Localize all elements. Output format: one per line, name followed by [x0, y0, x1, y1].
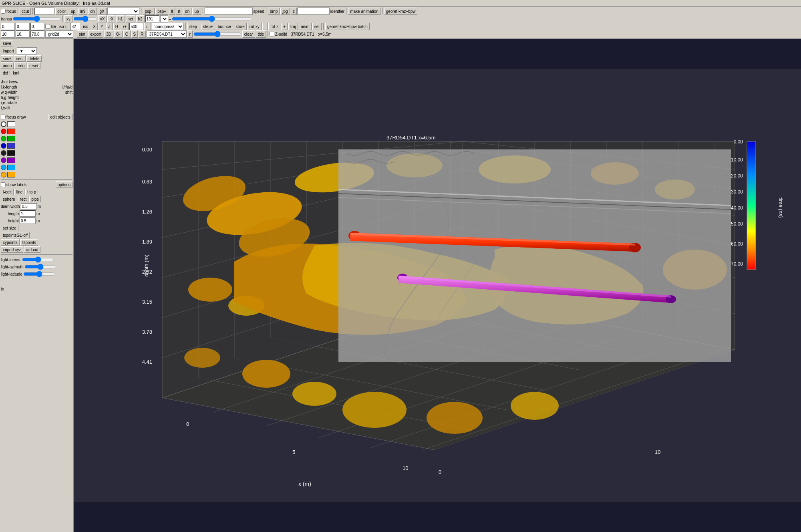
swatch-purple[interactable]	[7, 157, 15, 163]
sphere-button[interactable]: sphere	[1, 196, 17, 202]
pspm-button[interactable]: psp-	[143, 8, 155, 15]
dn2-button[interactable]: dn	[183, 8, 191, 15]
minus2-button[interactable]: -	[262, 23, 268, 30]
delete-button[interactable]: delete	[26, 55, 41, 62]
O-button[interactable]: O	[123, 30, 131, 38]
up2-button[interactable]: up	[192, 8, 201, 15]
net-button[interactable]: net	[126, 15, 135, 22]
val3-input[interactable]	[30, 23, 44, 30]
minus-slider[interactable]	[172, 16, 252, 22]
color-white[interactable]	[1, 121, 6, 127]
val2-input[interactable]	[16, 23, 30, 30]
swatch-cyan[interactable]	[7, 165, 15, 170]
val10-2-input[interactable]	[16, 30, 30, 38]
r-slider[interactable]	[193, 31, 242, 37]
color-input[interactable]	[34, 8, 54, 15]
pipe-button[interactable]: pipe	[29, 196, 41, 202]
color-red[interactable]	[1, 129, 6, 134]
swatch-green[interactable]	[7, 136, 15, 141]
color-yellow[interactable]	[1, 172, 6, 177]
rad-cut-button[interactable]: rad-cut	[24, 246, 40, 253]
plus-button[interactable]: +	[281, 23, 288, 30]
save-button[interactable]: save	[1, 40, 13, 46]
xypoints-button[interactable]: xypoints	[1, 239, 20, 246]
swatch-white[interactable]	[7, 121, 15, 127]
light-azimuth-slider[interactable]	[24, 264, 56, 270]
xy-button[interactable]: xy	[64, 15, 72, 22]
h2-select[interactable]: ▼	[160, 15, 168, 22]
focus-draw-checkbox[interactable]	[1, 115, 6, 119]
bounce-button[interactable]: bounce	[216, 23, 233, 30]
r-minus-button[interactable]: r-	[144, 23, 151, 30]
georef-kmzbpw-button[interactable]: georef kmz+bpw	[384, 8, 418, 15]
X-button[interactable]: X	[91, 23, 98, 30]
lt-button[interactable]: lt	[169, 8, 175, 15]
sec-minus-button[interactable]: sec-	[14, 55, 26, 62]
import-select[interactable]: ▼	[17, 47, 37, 54]
r-val-input[interactable]	[129, 23, 143, 30]
iso-button[interactable]: iso	[81, 23, 90, 30]
bandpass-select[interactable]: \bandpass\	[152, 23, 184, 30]
swatch-blue[interactable]	[7, 143, 15, 149]
kml-button[interactable]: kml	[11, 70, 21, 76]
set-size-button[interactable]: set size	[1, 225, 18, 231]
step-plus-button[interactable]: step+	[201, 23, 215, 30]
up-button-1[interactable]: up	[69, 8, 77, 15]
swatch-red[interactable]	[7, 129, 15, 134]
grid2d-select[interactable]: grid2d	[45, 30, 73, 38]
H-button[interactable]: H	[113, 23, 120, 30]
pspp-button[interactable]: psp+	[155, 8, 168, 15]
show-labels-checkbox[interactable]	[1, 182, 6, 187]
ln9-button[interactable]: ln9	[78, 8, 87, 15]
h2-button[interactable]: h2	[136, 15, 145, 22]
export-button[interactable]: export	[88, 30, 103, 38]
dt1-select[interactable]: 37RD54.DT1	[147, 30, 187, 38]
gX-button[interactable]: gX	[98, 8, 107, 15]
line-button[interactable]: line	[14, 189, 25, 195]
color-purple[interactable]	[1, 157, 6, 163]
iso-val-input[interactable]	[70, 23, 80, 30]
tspoints-button[interactable]: tspoints	[20, 239, 38, 246]
l-to-p-button[interactable]: l to p	[25, 189, 38, 195]
val10-1-input[interactable]	[1, 30, 15, 38]
tspoints-off-button[interactable]: tspointsGL-off	[1, 232, 30, 238]
step-minus-button[interactable]: step-	[187, 23, 200, 30]
height-input[interactable]	[20, 218, 36, 224]
gX-select[interactable]	[107, 8, 139, 15]
edit-objects-button[interactable]: edit objects	[48, 114, 72, 120]
iso-l-button[interactable]: iso-L	[57, 23, 70, 30]
3d-view[interactable]: 0.00 0.63 1.26 1.89 2.52 3.15 3.78 4.41 …	[74, 39, 801, 532]
light-intens-slider[interactable]	[22, 256, 54, 263]
speed-slider[interactable]	[205, 8, 253, 15]
dxf-button[interactable]: dxf	[1, 70, 10, 76]
color-blue[interactable]	[1, 143, 6, 149]
val1-input[interactable]	[1, 23, 15, 30]
stat-button[interactable]: stat	[77, 30, 87, 38]
transp-slider[interactable]	[13, 16, 61, 22]
dn-button-1[interactable]: dn	[88, 8, 97, 15]
bmp-button[interactable]: bmp	[268, 8, 280, 15]
color-button[interactable]: color	[55, 8, 68, 15]
h2-val[interactable]	[145, 15, 159, 22]
diam-input[interactable]	[21, 203, 37, 210]
O-minus-button[interactable]: O-	[114, 30, 123, 38]
rotxy-button[interactable]: rot-xy	[248, 23, 262, 30]
undo-button[interactable]: undo	[1, 62, 14, 69]
rotz-button[interactable]: rot-z	[268, 23, 280, 30]
import-button[interactable]: import	[1, 48, 16, 54]
swatch-black[interactable]	[7, 150, 15, 156]
color-green[interactable]	[1, 136, 6, 141]
focus-checkbox[interactable]	[1, 9, 6, 14]
l-edit-button[interactable]: l-edit	[1, 189, 14, 195]
rt-button[interactable]: rt	[176, 8, 182, 15]
rX-button[interactable]: rX	[107, 15, 115, 22]
rplus-button[interactable]: r+	[121, 23, 129, 30]
clear-button[interactable]: clear	[242, 30, 255, 38]
light-latitude-slider[interactable]	[23, 271, 55, 277]
zsolid-checkbox[interactable]	[270, 32, 274, 36]
identifier-input[interactable]	[298, 8, 330, 15]
Y-button[interactable]: Y	[99, 23, 105, 30]
h1-button[interactable]: h1	[116, 15, 125, 22]
reset-button[interactable]: reset	[27, 62, 40, 69]
lite-checkbox[interactable]	[45, 24, 50, 29]
